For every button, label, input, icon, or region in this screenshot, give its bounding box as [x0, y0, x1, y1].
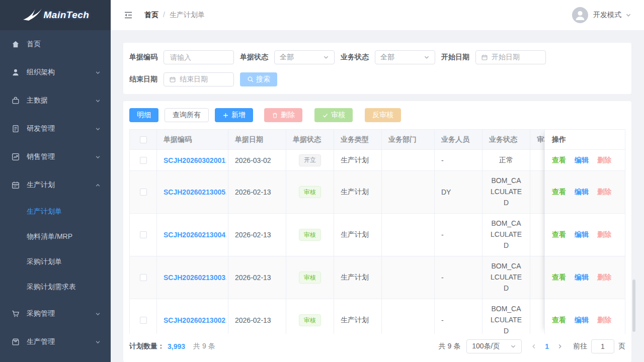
chevron-down-icon: [323, 54, 329, 60]
chevron-down-icon: [625, 12, 631, 18]
code-cell: SCJH20260302001…: [157, 150, 228, 171]
delete-link[interactable]: 删除: [597, 156, 611, 165]
checkbox-cell: [130, 171, 157, 214]
col-header-biz-type: 业务类型: [334, 130, 382, 150]
col-header-dept: 业务部门: [382, 130, 435, 150]
user-menu[interactable]: 开发模式: [572, 7, 631, 23]
edit-link[interactable]: 编辑: [575, 156, 589, 165]
sidebar-item-org[interactable]: 组织架构: [0, 58, 111, 86]
view-link[interactable]: 查看: [552, 230, 566, 239]
biz-status-select[interactable]: 全部: [375, 50, 435, 64]
app-logo: MainTech: [0, 0, 111, 30]
view-link[interactable]: 查看: [552, 316, 566, 325]
row-checkbox[interactable]: [140, 317, 147, 324]
edit-link[interactable]: 编辑: [575, 230, 589, 239]
plan-count-value: 3,993: [168, 342, 185, 350]
chevron-down-icon: [510, 343, 516, 349]
sidebar-item-purchase-mgmt[interactable]: 采购管理: [0, 300, 111, 328]
edit-link[interactable]: 编辑: [575, 188, 589, 197]
audit-button[interactable]: 审核: [314, 108, 353, 122]
delete-link[interactable]: 删除: [597, 316, 611, 325]
total-count-left: 共 9 条: [193, 342, 215, 351]
code-cell: SCJH20260213002…: [157, 299, 228, 334]
operation-column: 操作 查看 编辑 删除 查看 编辑 删除 查看 编辑 删除 查看: [544, 130, 625, 334]
sidebar-fold-icon[interactable]: [123, 10, 133, 20]
delete-link[interactable]: 删除: [597, 188, 611, 197]
current-page[interactable]: 1: [545, 342, 549, 350]
end-date-picker[interactable]: 结束日期: [164, 72, 234, 86]
data-table: 单据编码 单据日期 单据状态 业务类型 业务部门 业务人员 业务状态 审核人 S…: [129, 129, 625, 334]
doc-code-input[interactable]: [170, 51, 227, 64]
doc-code-link[interactable]: SCJH20260302001…: [164, 156, 226, 164]
doc-code-link[interactable]: SCJH20260213003…: [164, 274, 226, 282]
doc-code-link[interactable]: SCJH20260213002…: [164, 316, 226, 324]
biz-status-cell: 正常: [482, 150, 530, 171]
view-link[interactable]: 查看: [552, 156, 566, 165]
col-header-biz-status: 业务状态: [482, 130, 530, 150]
edit-link[interactable]: 编辑: [575, 273, 589, 282]
select-all-checkbox[interactable]: [140, 136, 147, 143]
chevron-down-icon: [424, 54, 430, 60]
date-cell: 2026-02-13: [228, 171, 286, 214]
biz-type-cell: 生产计划: [334, 171, 382, 214]
sidebar-item-purchase-plan[interactable]: 采购计划单: [0, 249, 111, 275]
sidebar-item-label: 组织架构: [27, 68, 55, 77]
row-checkbox[interactable]: [140, 189, 147, 196]
sidebar-item-purchase-req[interactable]: 采购计划需求表: [0, 275, 111, 300]
page-size-select[interactable]: 100条/页: [466, 339, 522, 353]
checkbox-cell: [130, 150, 157, 171]
sidebar-item-rd[interactable]: 研发管理: [0, 115, 111, 143]
check-icon: [322, 112, 329, 119]
detail-button[interactable]: 明细: [129, 108, 158, 122]
delete-link[interactable]: 删除: [597, 273, 611, 282]
doc-code-link[interactable]: SCJH20260213004…: [164, 231, 226, 239]
row-checkbox[interactable]: [140, 274, 147, 281]
sidebar-item-production-mgmt[interactable]: 生产管理: [0, 328, 111, 356]
edit-link[interactable]: 编辑: [575, 316, 589, 325]
doc-status-select[interactable]: 全部: [274, 50, 335, 64]
status-cell: 审核: [286, 214, 334, 256]
query-all-button[interactable]: 查询所有: [165, 108, 209, 122]
box-icon: [11, 337, 20, 346]
status-cell: 审核: [286, 299, 334, 334]
view-link[interactable]: 查看: [552, 188, 566, 197]
sidebar-submenu: 生产计划单 物料清单/MRP 采购计划单 采购计划需求表: [0, 199, 111, 300]
filter-panel: 单据编码 单据状态 全部 业务状态 全部 开始日期: [123, 43, 631, 94]
sidebar-item-sales[interactable]: 销售管理: [0, 143, 111, 171]
row-checkbox[interactable]: [140, 231, 147, 238]
pagination-controls: 共 9 条 100条/页 1 前往 页: [439, 339, 625, 353]
sidebar-item-production-plan-order[interactable]: 生产计划单: [0, 199, 111, 224]
logo-swoosh-icon: [22, 8, 43, 23]
breadcrumb-home[interactable]: 首页: [144, 11, 158, 19]
biz-type-cell: 生产计划: [334, 256, 382, 299]
sidebar-item-label: 主数据: [27, 96, 48, 105]
row-checkbox[interactable]: [140, 157, 147, 164]
start-date-picker[interactable]: 开始日期: [475, 50, 546, 64]
next-page-button[interactable]: [554, 343, 566, 349]
calendar-icon: [169, 76, 176, 83]
document-icon: [11, 124, 20, 133]
sidebar-item-bom-mrp[interactable]: 物料清单/MRP: [0, 224, 111, 249]
col-header-date: 单据日期: [228, 130, 286, 150]
doc-code-link[interactable]: SCJH20260213005…: [164, 188, 226, 196]
submenu-item-label: 采购计划单: [27, 257, 62, 266]
search-button[interactable]: 搜索: [240, 72, 277, 86]
sidebar-item-production-plan[interactable]: 生产计划: [0, 171, 111, 199]
sidebar-item-home[interactable]: 首页: [0, 30, 111, 58]
doc-status-label: 单据状态: [240, 53, 268, 62]
add-button[interactable]: 新增: [215, 108, 253, 122]
delete-link[interactable]: 删除: [597, 230, 611, 239]
checkbox-cell: [130, 214, 157, 256]
dept-cell: [382, 171, 435, 214]
sidebar-item-master-data[interactable]: 主数据: [0, 86, 111, 115]
dept-cell: [382, 214, 435, 256]
submenu-item-label: 采购计划需求表: [27, 283, 76, 292]
date-cell: 2026-02-13: [228, 299, 286, 334]
vertical-scrollbar-thumb[interactable]: [632, 280, 635, 332]
prev-page-button[interactable]: [528, 343, 540, 349]
delete-button[interactable]: 删除: [264, 108, 302, 122]
goto-page-input[interactable]: [592, 340, 614, 353]
row-actions: 查看 编辑 删除: [545, 171, 625, 214]
view-link[interactable]: 查看: [552, 273, 566, 282]
unaudit-button[interactable]: 反审核: [365, 108, 401, 122]
